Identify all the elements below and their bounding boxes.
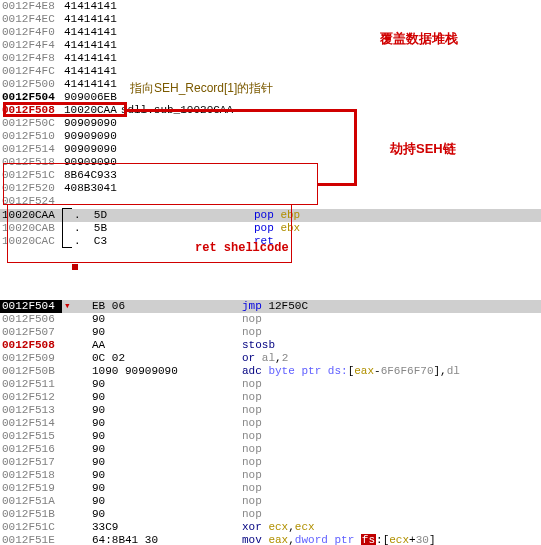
disasm-row[interactable]: 0012F51390nop [0, 404, 541, 417]
address-cell: 0012F51B [0, 508, 62, 521]
hex-cell: 41414141 [62, 78, 119, 91]
hex-cell: 909006EB [62, 91, 119, 104]
disasm-row[interactable]: 0012F51690nop [0, 443, 541, 456]
mnemonic-cell: nop [240, 443, 541, 456]
address-cell: 0012F514 [0, 417, 62, 430]
address-cell: 10020CAC [0, 235, 62, 248]
gutter-cell [62, 482, 90, 495]
disasm-row[interactable]: 0012F51290nop [0, 391, 541, 404]
bytes-cell: . 5B [72, 222, 252, 235]
disasm-row[interactable]: 0012F51590nop [0, 430, 541, 443]
bytes-cell: 90 [90, 326, 240, 339]
address-cell: 0012F4F8 [0, 52, 62, 65]
bytes-cell: AA [90, 339, 240, 352]
disasm-row[interactable]: 0012F504▾EB 06jmp 12F50C [0, 300, 541, 313]
mnemonic-cell: nop [240, 456, 541, 469]
comment-cell [119, 52, 541, 65]
disasm-row[interactable]: 0012F51990nop [0, 482, 541, 495]
mnemonic-cell: nop [240, 417, 541, 430]
address-cell: 0012F518 [0, 156, 62, 169]
bytes-cell: 90 [90, 404, 240, 417]
bytes-cell: 90 [90, 378, 240, 391]
mnemonic-cell: nop [240, 313, 541, 326]
hex-cell: 8B64C933 [62, 169, 119, 182]
mnemonic-cell: xor ecx,ecx [240, 521, 541, 534]
disasm-row[interactable]: 0012F51A90nop [0, 495, 541, 508]
stack-row[interactable]: 0012F4F441414141 [0, 39, 541, 52]
comment-cell [119, 169, 541, 182]
address-cell: 0012F51E [0, 534, 62, 545]
gutter-cell [62, 521, 90, 534]
gutter-cell [62, 391, 90, 404]
stack-row[interactable]: 0012F4FC41414141 [0, 65, 541, 78]
hex-cell: 90909090 [62, 130, 119, 143]
bytes-cell: 90 [90, 391, 240, 404]
comment-cell [119, 65, 541, 78]
stack-row[interactable]: 0012F51890909090 [0, 156, 541, 169]
mnemonic-cell: pop ebp [252, 209, 541, 222]
stack-row[interactable]: 0012F51490909090 [0, 143, 541, 156]
hex-cell: 41414141 [62, 26, 119, 39]
mnemonic-cell: nop [240, 482, 541, 495]
stack-row[interactable]: 0012F50810020CAAsdll.sub_10020CAA [0, 104, 541, 117]
bytes-cell: 90 [90, 495, 240, 508]
mnemonic-cell: ret [252, 235, 541, 248]
label-overwrite-stack: 覆盖数据堆栈 [380, 30, 458, 48]
disasm-row[interactable]: 0012F51B90nop [0, 508, 541, 521]
disasm-row[interactable]: 0012F51890nop [0, 469, 541, 482]
mnemonic-cell: or al,2 [240, 352, 541, 365]
disasm-row[interactable]: 0012F50690nop [0, 313, 541, 326]
hex-cell: 10020CAA [62, 104, 119, 117]
bytes-cell: 64:8B41 30 [90, 534, 240, 545]
stack-row[interactable]: 0012F4E841414141 [0, 0, 541, 13]
disasm-row[interactable]: 0012F51190nop [0, 378, 541, 391]
gutter-cell [62, 417, 90, 430]
stack-row[interactable]: 0012F4EC41414141 [0, 13, 541, 26]
disasm-row[interactable]: 10020CAB. 5Bpop ebx [0, 222, 541, 235]
address-cell: 0012F50B [0, 365, 62, 378]
mnemonic-cell: mov eax,dword ptr fs:[ecx+30] [240, 534, 541, 545]
gutter-cell [62, 339, 90, 352]
address-cell: 0012F516 [0, 443, 62, 456]
comment-cell [119, 143, 541, 156]
disasm-row[interactable]: 0012F51790nop [0, 456, 541, 469]
mnemonic-cell: jmp 12F50C [240, 300, 541, 313]
disasm-row[interactable]: 0012F50790nop [0, 326, 541, 339]
disasm-row[interactable]: 0012F51490nop [0, 417, 541, 430]
disasm-row[interactable]: 0012F508AAstosb [0, 339, 541, 352]
hex-cell [62, 195, 119, 208]
bytes-cell: EB 06 [90, 300, 240, 313]
stack-row[interactable]: 0012F51090909090 [0, 130, 541, 143]
address-cell: 0012F509 [0, 352, 62, 365]
disasm-row[interactable]: 0012F50B1090 90909090adc byte ptr ds:[ea… [0, 365, 541, 378]
stack-row[interactable]: 0012F520408B3041 [0, 182, 541, 195]
disasm-row[interactable]: 0012F5090C 02or al,2 [0, 352, 541, 365]
address-cell: 0012F518 [0, 469, 62, 482]
gutter-cell [62, 443, 90, 456]
mnemonic-cell: nop [240, 495, 541, 508]
disasm-row[interactable]: 0012F51E64:8B41 30mov eax,dword ptr fs:[… [0, 534, 541, 545]
address-cell: 0012F519 [0, 482, 62, 495]
address-cell: 0012F51C [0, 521, 62, 534]
stack-row[interactable]: 0012F4F841414141 [0, 52, 541, 65]
stack-row[interactable]: 0012F51C8B64C933 [0, 169, 541, 182]
hex-cell: 90909090 [62, 156, 119, 169]
address-cell: 0012F515 [0, 430, 62, 443]
address-cell: 0012F517 [0, 456, 62, 469]
stack-row[interactable]: 0012F4F041414141 [0, 26, 541, 39]
bracket-glyph [62, 209, 72, 222]
gutter-cell [62, 365, 90, 378]
mnemonic-cell: nop [240, 508, 541, 521]
disasm-shellcode-table: 0012F504▾EB 06jmp 12F50C0012F50690nop001… [0, 300, 541, 545]
stack-row[interactable]: 0012F524 [0, 195, 541, 208]
address-cell: 0012F506 [0, 313, 62, 326]
gutter-cell [62, 404, 90, 417]
comment-cell [119, 117, 541, 130]
gutter-cell [62, 456, 90, 469]
address-cell: 0012F51A [0, 495, 62, 508]
disasm-row[interactable]: 10020CAA. 5Dpop ebp [0, 209, 541, 222]
stack-row[interactable]: 0012F50C90909090 [0, 117, 541, 130]
bytes-cell: 90 [90, 456, 240, 469]
disasm-row[interactable]: 0012F51C33C9xor ecx,ecx [0, 521, 541, 534]
mnemonic-cell: pop ebx [252, 222, 541, 235]
